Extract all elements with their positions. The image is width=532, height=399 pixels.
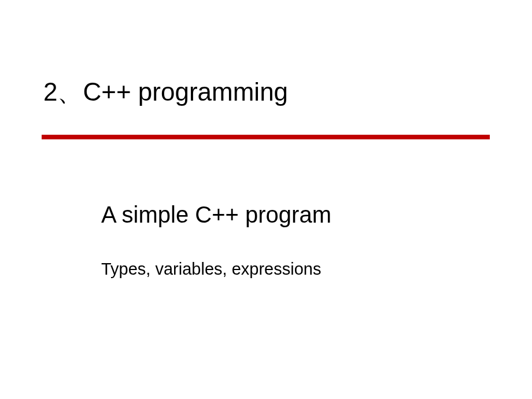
- slide-title: 2、C++ programming: [43, 75, 489, 109]
- slide-container: 2、C++ programming A simple C++ program T…: [0, 0, 532, 399]
- content-area: A simple C++ program Types, variables, e…: [0, 127, 532, 279]
- slide-description: Types, variables, expressions: [101, 260, 489, 279]
- slide-subtitle: A simple C++ program: [101, 202, 489, 228]
- divider-line: [42, 135, 490, 139]
- title-area: 2、C++ programming: [0, 0, 532, 127]
